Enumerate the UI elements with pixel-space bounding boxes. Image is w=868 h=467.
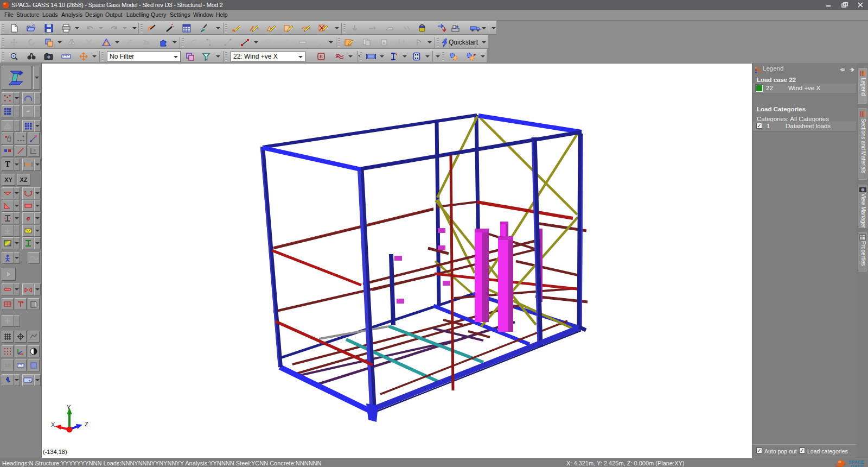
- svg-text:Y: Y: [67, 404, 71, 411]
- svg-text:GASS: GASS: [851, 464, 864, 467]
- svg-text:2x: 2x: [143, 40, 150, 46]
- svg-text:x: x: [34, 148, 36, 152]
- svg-text:o: o: [383, 40, 386, 45]
- svg-text:Z: Z: [85, 421, 88, 427]
- svg-text:X: X: [51, 421, 55, 428]
